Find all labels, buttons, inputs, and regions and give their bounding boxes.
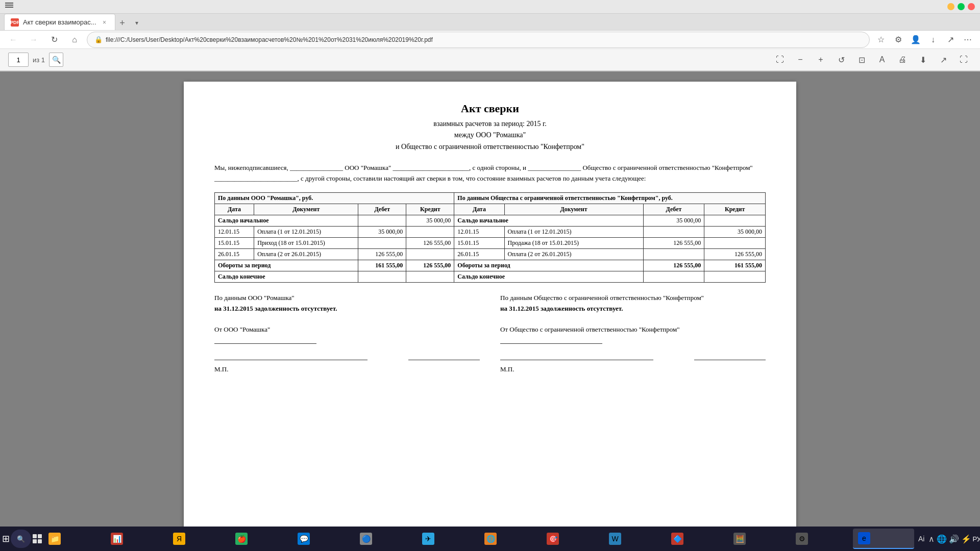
taskbar-app-telegram[interactable]: ✈ [417,529,478,549]
taskbar-app-skype[interactable]: 💬 [292,529,354,549]
right-totals-kredit: 161 555,00 [704,260,766,271]
right-signature-line [500,343,602,344]
left-debet-3: 126 555,00 [358,248,406,260]
subtitle-line1: взаимных расчетов за период: 2015 г. [433,120,546,128]
window-icon [5,3,13,11]
col-right-date: Дата [454,204,504,215]
left-kredit-1 [406,226,454,237]
pdf-rotate-button[interactable]: ↺ [833,52,849,68]
col-right-doc: Документ [504,204,643,215]
left-saldo-end-debet [358,271,406,282]
right-sig-main [500,350,653,360]
tray-volume-icon[interactable]: 🔊 [949,534,959,544]
taskbar-app-settings[interactable]: ⚙ [791,529,852,549]
home-button[interactable]: ⌂ [66,32,83,48]
address-bar[interactable]: 🔒 file:///C:/Users/User/Desktop/Акт%20св… [87,32,870,48]
save-page-button[interactable]: ↓ [926,33,940,47]
taskbar-app-something1[interactable]: 🍎 [230,529,291,549]
table-row: 15.01.15 Приход (18 от 15.01.2015) 126 5… [215,237,766,248]
address-text: file:///C:/Users/User/Desktop/Акт%20свер… [106,36,862,43]
more-button[interactable]: ⋯ [961,33,975,47]
left-doc-3: Оплата (2 от 26.01.2015) [254,248,358,260]
right-date-3: 26.01.15 [454,248,504,260]
task-view-button[interactable] [32,528,42,550]
right-debet-1 [643,226,704,237]
tab-close-button[interactable]: × [101,18,109,27]
footer-left-from: От ООО "Ромашка" [214,324,480,335]
document-subtitle: взаимных расчетов за период: 2015 г. меж… [214,118,766,153]
table-row: Сальдо начальное 35 000,00 Сальдо началь… [215,215,766,226]
pdf-zoom-out-button[interactable]: − [792,52,808,68]
taskbar-app-calculator[interactable]: 🧮 [728,529,790,549]
forward-button[interactable]: → [26,32,42,48]
tray-arrow-up[interactable]: ∧ [928,534,935,544]
language-button[interactable]: РУС [972,535,980,543]
left-saldo-debet [358,215,406,226]
taskbar-search[interactable]: 🔍 [11,530,31,548]
table-row: 26.01.15 Оплата (2 от 26.01.2015) 126 55… [215,248,766,260]
pdf-save-button[interactable]: ⊡ [853,52,870,68]
tray-battery-icon[interactable]: ⚡ [961,534,971,544]
reconciliation-table: По данным ООО "Ромашка", руб. По данным … [214,192,766,283]
left-sig-main [214,350,368,360]
taskbar-app-something2[interactable]: 🔵 [355,529,416,549]
right-date-1: 12.01.15 [454,226,504,237]
extensions-button[interactable]: ⚙ [891,33,905,47]
left-kredit-3 [406,248,454,260]
pdf-download-button[interactable]: ⬇ [915,52,931,68]
edge-icon: e [858,532,870,544]
page-total: из 1 [33,56,45,64]
share-button[interactable]: ↗ [943,33,958,47]
table-row: Сальдо конечное Сальдо конечное [215,271,766,282]
right-doc-3: Оплата (2 от 26.01.2015) [504,248,643,260]
pdf-share-button[interactable]: ↗ [935,52,951,68]
taskbar: ⊞ 🔍 📁 📊 Я 🍎 💬 🔵 ✈ 🌐 [0,527,980,551]
taskbar-app-word[interactable]: W [604,529,665,549]
col-left-date: Дата [215,204,254,215]
bookmark-button[interactable]: ☆ [874,33,888,47]
reload-button[interactable]: ↻ [46,32,62,48]
page-number-input[interactable] [8,53,29,67]
pdf-toolbar: из 1 🔍 ⛶ − + ↺ ⊡ A 🖨 ⬇ ↗ ⛶ [0,49,980,71]
pdf-fit-button[interactable]: ⛶ [772,52,788,68]
right-debet-3 [643,248,704,260]
tab-list-button[interactable]: ▾ [130,16,144,30]
left-date-1: 12.01.15 [215,226,254,237]
footer-left-header: По данным ООО "Ромашка" [214,293,480,304]
left-saldo-kredit: 35 000,00 [406,215,454,226]
table-row: 12.01.15 Оплата (1 от 12.01.2015) 35 000… [215,226,766,237]
right-saldo-debet: 35 000,00 [643,215,704,226]
navigation-bar: ← → ↻ ⌂ 🔒 file:///C:/Users/User/Desktop/… [0,31,980,49]
pdf-print-button[interactable]: 🖨 [894,52,911,68]
left-totals-label: Обороты за период [215,260,358,271]
taskbar-app-yandex[interactable]: Я [168,529,229,549]
right-debet-2: 126 555,00 [643,237,704,248]
settings-icon: ⚙ [796,533,808,545]
start-button[interactable]: ⊞ [2,528,10,550]
minimize-button[interactable] [947,3,954,10]
tray-network-icon[interactable]: 🌐 [937,534,947,544]
pdf-zoom-in-button[interactable]: + [813,52,829,68]
pdf-fullscreen-button[interactable]: ⛶ [955,52,972,68]
document-title: Акт сверки [214,102,766,115]
close-button[interactable] [968,3,975,10]
taskbar-app-something3[interactable]: 🔷 [666,529,727,549]
browser-tab-active[interactable]: PDF Акт сверки взаиморас... × [4,14,115,30]
user-button[interactable]: 👤 [909,33,923,47]
pdf-search-button[interactable]: 🔍 [49,53,63,67]
col-left-debet: Дебет [358,204,406,215]
maximize-button[interactable] [958,3,965,10]
tray-ai-label: Ai [916,535,926,543]
left-saldo-end-label: Сальдо конечное [215,271,358,282]
right-signature-double [500,350,766,360]
new-tab-button[interactable]: + [115,16,130,30]
left-signature-double [214,350,480,360]
taskbar-app-browser2[interactable]: 🌐 [479,529,541,549]
taskbar-app-explorer[interactable]: 📁 [43,529,105,549]
taskbar-app-powerpoint[interactable]: 📊 [106,529,167,549]
back-button[interactable]: ← [5,32,21,48]
pdf-text-button[interactable]: A [874,52,890,68]
taskbar-app-red[interactable]: 🎯 [542,529,603,549]
taskbar-app-edge[interactable]: e [853,529,914,549]
nav-right-icons: ☆ ⚙ 👤 ↓ ↗ ⋯ [874,33,975,47]
